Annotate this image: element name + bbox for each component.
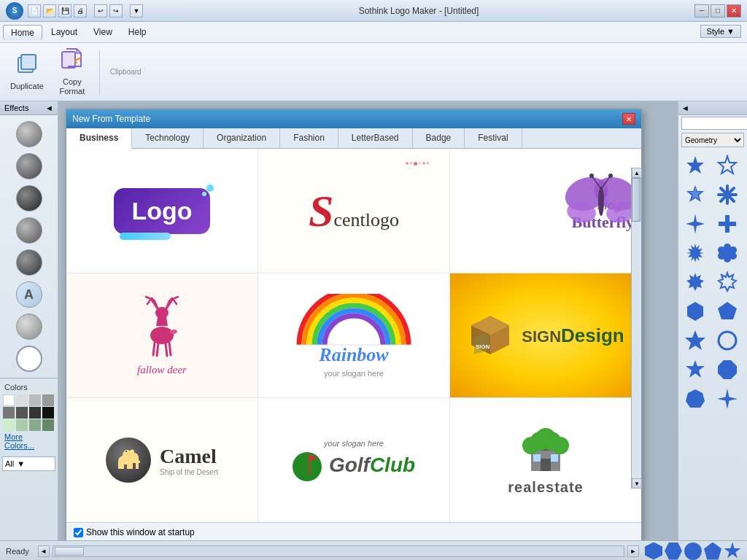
svg-marker-47 <box>719 215 736 233</box>
menu-help[interactable]: Help <box>121 25 154 39</box>
effects-collapse[interactable]: ◄ <box>45 104 53 112</box>
modal-scroll-thumb[interactable] <box>632 178 640 222</box>
template-fallow-deer[interactable]: fallow deer <box>66 273 258 397</box>
color-vdg[interactable] <box>29 407 41 419</box>
effect-circle-2[interactable] <box>16 153 42 179</box>
svg-rect-30 <box>541 459 551 471</box>
menu-home[interactable]: Home <box>3 25 42 40</box>
shape-btn-hex2[interactable] <box>665 542 682 560</box>
template-butterfly[interactable]: Slogan Butterfly <box>450 149 641 273</box>
template-golfclub[interactable]: your slogan here <box>258 398 449 522</box>
tab-business[interactable]: Business <box>66 128 132 149</box>
effect-circle-6[interactable] <box>16 314 42 340</box>
scroll-left-arrow[interactable]: ◄ <box>38 545 50 557</box>
copy-format-label: Copy Format <box>59 77 85 96</box>
shape-cross[interactable] <box>713 210 741 238</box>
new-btn[interactable]: 📄 <box>28 4 41 18</box>
restore-btn[interactable]: □ <box>711 4 725 18</box>
color-dg[interactable] <box>3 407 15 419</box>
save-btn[interactable]: 💾 <box>58 4 71 18</box>
minimize-btn[interactable]: ─ <box>694 4 709 18</box>
undo-btn[interactable]: ↩ <box>94 4 107 18</box>
all-dropdown[interactable]: All ▼ <box>2 456 55 471</box>
template-logo-purple[interactable]: Logo <box>66 149 258 273</box>
template-realestate[interactable]: realestate <box>450 398 641 522</box>
more-colors-link[interactable]: More Colors... <box>3 431 55 451</box>
tab-fashion[interactable]: Fashion <box>280 128 338 148</box>
svg-marker-64 <box>686 389 705 408</box>
shape-circle-outline[interactable] <box>713 327 741 354</box>
color-black[interactable] <box>42 407 54 419</box>
tab-technology[interactable]: Technology <box>132 128 204 148</box>
right-panel-header: ◄ <box>678 101 747 115</box>
shape-btn-star[interactable] <box>724 542 741 560</box>
shape-star-5[interactable] <box>681 356 709 384</box>
template-signdesign[interactable]: SIGN SIGNDesign <box>450 273 641 397</box>
search-input[interactable] <box>681 117 747 130</box>
startup-checkbox-label[interactable]: Show this window at startup <box>74 527 195 537</box>
color-mg[interactable] <box>29 394 41 406</box>
extra-btn[interactable]: ▼ <box>130 4 143 18</box>
color-vdg3[interactable] <box>42 419 54 431</box>
shape-star-outline[interactable] <box>713 152 741 179</box>
shape-heptagon[interactable] <box>681 385 709 413</box>
effect-circle-4[interactable] <box>16 217 42 244</box>
color-mg3[interactable] <box>16 419 28 431</box>
shape-asterisk[interactable] <box>713 181 741 209</box>
status-bar: Ready ◄ ► <box>0 540 747 560</box>
tab-letterbased[interactable]: LetterBased <box>338 128 413 148</box>
print-btn[interactable]: 🖨 <box>74 4 87 18</box>
color-dg3[interactable] <box>29 419 41 431</box>
color-dg2[interactable] <box>16 407 28 419</box>
scroll-bar-track[interactable] <box>53 545 624 557</box>
effect-letter-a[interactable]: A <box>16 281 42 308</box>
shape-btn-hex1[interactable] <box>645 542 662 560</box>
copy-format-btn[interactable]: Copy Format <box>54 47 90 97</box>
title-bar: S 📄 📂 💾 🖨 ↩ ↪ ▼ Sothink Logo Maker - [Un… <box>0 0 747 22</box>
tab-organization[interactable]: Organization <box>204 128 280 148</box>
effect-circle-5[interactable] <box>16 249 42 276</box>
style-dropdown[interactable]: Style ▼ <box>700 25 741 38</box>
modal-scroll-down[interactable]: ▼ <box>632 478 642 489</box>
menu-view[interactable]: View <box>86 25 120 39</box>
modal-footer: Show this window at startup <box>66 522 641 540</box>
color-mg2[interactable] <box>42 394 54 406</box>
shape-btn-pent[interactable] <box>704 542 721 560</box>
shape-badge-star[interactable] <box>681 268 709 296</box>
color-white[interactable] <box>3 394 15 406</box>
modal-scrollbar: ▲ ▼ <box>631 168 641 489</box>
template-camel[interactable]: Camel Ship of the Desert <box>66 398 258 522</box>
shape-octagon[interactable] <box>713 356 741 384</box>
shape-flower[interactable] <box>713 239 741 267</box>
color-lg3[interactable] <box>3 419 15 431</box>
scroll-right-arrow[interactable]: ► <box>627 545 639 557</box>
shape-6star[interactable] <box>681 152 709 179</box>
color-lg[interactable] <box>16 394 28 406</box>
effect-circle-outline[interactable] <box>16 346 42 372</box>
tab-badge[interactable]: Badge <box>413 128 465 148</box>
effect-circle-1[interactable] <box>16 121 42 147</box>
redo-btn[interactable]: ↪ <box>109 4 123 18</box>
tab-festival[interactable]: Festival <box>465 128 522 148</box>
modal-scroll-up[interactable]: ▲ <box>632 168 642 178</box>
modal-close-btn[interactable]: ✕ <box>622 113 635 125</box>
close-btn[interactable]: ✕ <box>727 4 741 18</box>
shape-hexagon[interactable] <box>681 298 709 325</box>
shape-pentagon[interactable] <box>713 298 741 325</box>
shape-ring-star[interactable] <box>713 268 741 296</box>
shape-big-star[interactable] <box>681 327 709 354</box>
shape-diamond-star[interactable] <box>713 385 741 413</box>
shape-star-sharp[interactable] <box>681 210 709 238</box>
shape-sunburst[interactable] <box>681 239 709 267</box>
duplicate-btn[interactable]: Duplicate <box>6 47 48 97</box>
template-scentlogo[interactable]: S centlogo <box>258 149 449 273</box>
menu-layout[interactable]: Layout <box>44 25 85 39</box>
geometry-select[interactable]: Geometry <box>681 133 744 147</box>
effect-circle-3[interactable] <box>16 185 42 211</box>
shape-btn-circle[interactable] <box>684 542 702 560</box>
shape-6pointed[interactable] <box>681 181 709 209</box>
template-rainbow[interactable]: Rainbow your slogan here <box>258 273 449 397</box>
startup-checkbox[interactable] <box>74 528 83 537</box>
open-btn[interactable]: 📂 <box>43 4 56 18</box>
scroll-thumb[interactable] <box>55 547 84 556</box>
